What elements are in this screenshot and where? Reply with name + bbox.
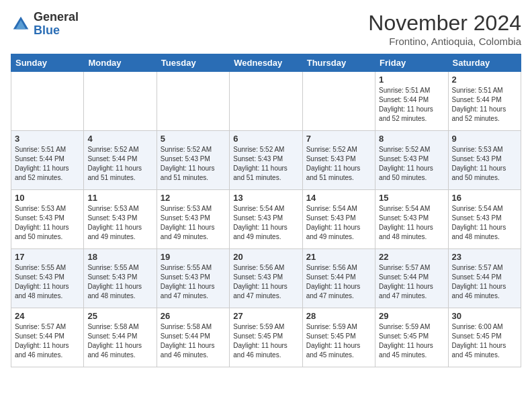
day-info: Sunrise: 5:56 AMSunset: 5:44 PMDaylight:… <box>306 263 371 301</box>
day-number: 4 <box>87 134 152 144</box>
calendar-cell: 14Sunrise: 5:54 AMSunset: 5:43 PMDayligh… <box>302 190 375 249</box>
day-number: 16 <box>452 193 517 203</box>
calendar-cell: 6Sunrise: 5:52 AMSunset: 5:43 PMDaylight… <box>230 131 302 190</box>
day-info: Sunrise: 5:52 AMSunset: 5:43 PMDaylight:… <box>161 145 226 183</box>
calendar-cell: 1Sunrise: 5:51 AMSunset: 5:44 PMDaylight… <box>375 72 448 131</box>
day-number: 13 <box>233 193 298 203</box>
header-saturday: Saturday <box>448 54 521 72</box>
calendar-cell: 12Sunrise: 5:53 AMSunset: 5:43 PMDayligh… <box>157 190 229 249</box>
calendar-cell: 15Sunrise: 5:54 AMSunset: 5:43 PMDayligh… <box>375 190 448 249</box>
calendar-cell: 7Sunrise: 5:52 AMSunset: 5:43 PMDaylight… <box>302 131 375 190</box>
page-header: General Blue November 2024 Frontino, Ant… <box>11 11 521 47</box>
header-wednesday: Wednesday <box>230 54 302 72</box>
header-monday: Monday <box>84 54 157 72</box>
day-info: Sunrise: 5:57 AMSunset: 5:44 PMDaylight:… <box>15 322 80 360</box>
header-friday: Friday <box>375 54 448 72</box>
day-number: 30 <box>452 311 517 321</box>
calendar-cell: 18Sunrise: 5:55 AMSunset: 5:43 PMDayligh… <box>84 249 157 308</box>
calendar-cell: 23Sunrise: 5:57 AMSunset: 5:44 PMDayligh… <box>448 249 521 308</box>
calendar-cell: 3Sunrise: 5:51 AMSunset: 5:44 PMDaylight… <box>11 131 84 190</box>
day-number: 1 <box>379 75 444 85</box>
day-info: Sunrise: 5:59 AMSunset: 5:45 PMDaylight:… <box>379 322 444 360</box>
calendar-cell: 22Sunrise: 5:57 AMSunset: 5:44 PMDayligh… <box>375 249 448 308</box>
day-number: 25 <box>87 311 152 321</box>
day-info: Sunrise: 5:54 AMSunset: 5:43 PMDaylight:… <box>452 204 517 242</box>
calendar-cell: 27Sunrise: 5:59 AMSunset: 5:45 PMDayligh… <box>230 308 302 367</box>
calendar-cell <box>84 72 157 131</box>
month-title: November 2024 <box>368 11 521 36</box>
calendar-cell: 26Sunrise: 5:58 AMSunset: 5:44 PMDayligh… <box>157 308 229 367</box>
calendar-table: SundayMondayTuesdayWednesdayThursdayFrid… <box>11 54 521 367</box>
day-info: Sunrise: 5:57 AMSunset: 5:44 PMDaylight:… <box>452 263 517 301</box>
day-number: 9 <box>452 134 517 144</box>
calendar-cell: 29Sunrise: 5:59 AMSunset: 5:45 PMDayligh… <box>375 308 448 367</box>
calendar-cell: 17Sunrise: 5:55 AMSunset: 5:43 PMDayligh… <box>11 249 84 308</box>
day-info: Sunrise: 5:51 AMSunset: 5:44 PMDaylight:… <box>15 145 80 183</box>
day-number: 3 <box>15 134 80 144</box>
day-number: 29 <box>379 311 444 321</box>
day-info: Sunrise: 5:52 AMSunset: 5:43 PMDaylight:… <box>306 145 371 183</box>
day-info: Sunrise: 5:54 AMSunset: 5:43 PMDaylight:… <box>379 204 444 242</box>
day-info: Sunrise: 5:57 AMSunset: 5:44 PMDaylight:… <box>379 263 444 301</box>
calendar-cell: 24Sunrise: 5:57 AMSunset: 5:44 PMDayligh… <box>11 308 84 367</box>
day-info: Sunrise: 5:54 AMSunset: 5:43 PMDaylight:… <box>306 204 371 242</box>
day-info: Sunrise: 5:59 AMSunset: 5:45 PMDaylight:… <box>306 322 371 360</box>
calendar-cell: 30Sunrise: 6:00 AMSunset: 5:45 PMDayligh… <box>448 308 521 367</box>
calendar-cell: 10Sunrise: 5:53 AMSunset: 5:43 PMDayligh… <box>11 190 84 249</box>
calendar-week-row: 10Sunrise: 5:53 AMSunset: 5:43 PMDayligh… <box>11 190 521 249</box>
day-number: 14 <box>306 193 371 203</box>
day-info: Sunrise: 5:52 AMSunset: 5:43 PMDaylight:… <box>379 145 444 183</box>
calendar-cell: 5Sunrise: 5:52 AMSunset: 5:43 PMDaylight… <box>157 131 229 190</box>
day-number: 22 <box>379 252 444 262</box>
day-number: 28 <box>306 311 371 321</box>
day-number: 18 <box>87 252 152 262</box>
calendar-cell: 16Sunrise: 5:54 AMSunset: 5:43 PMDayligh… <box>448 190 521 249</box>
logo: General Blue <box>11 11 79 38</box>
day-number: 5 <box>161 134 226 144</box>
calendar-cell: 20Sunrise: 5:56 AMSunset: 5:43 PMDayligh… <box>230 249 302 308</box>
header-sunday: Sunday <box>11 54 84 72</box>
calendar-cell: 11Sunrise: 5:53 AMSunset: 5:43 PMDayligh… <box>84 190 157 249</box>
day-info: Sunrise: 5:52 AMSunset: 5:44 PMDaylight:… <box>87 145 152 183</box>
day-number: 27 <box>233 311 298 321</box>
day-number: 24 <box>15 311 80 321</box>
day-info: Sunrise: 5:53 AMSunset: 5:43 PMDaylight:… <box>87 204 152 242</box>
day-info: Sunrise: 6:00 AMSunset: 5:45 PMDaylight:… <box>452 322 517 360</box>
calendar-week-row: 3Sunrise: 5:51 AMSunset: 5:44 PMDaylight… <box>11 131 521 190</box>
day-info: Sunrise: 5:52 AMSunset: 5:43 PMDaylight:… <box>233 145 298 183</box>
calendar-cell: 21Sunrise: 5:56 AMSunset: 5:44 PMDayligh… <box>302 249 375 308</box>
day-number: 26 <box>161 311 226 321</box>
day-info: Sunrise: 5:51 AMSunset: 5:44 PMDaylight:… <box>379 86 444 124</box>
title-area: November 2024 Frontino, Antioquia, Colom… <box>368 11 521 47</box>
calendar-cell <box>230 72 302 131</box>
day-number: 10 <box>15 193 80 203</box>
day-info: Sunrise: 5:53 AMSunset: 5:43 PMDaylight:… <box>15 204 80 242</box>
calendar-cell <box>11 72 84 131</box>
location-title: Frontino, Antioquia, Colombia <box>368 36 521 47</box>
day-info: Sunrise: 5:58 AMSunset: 5:44 PMDaylight:… <box>161 322 226 360</box>
day-info: Sunrise: 5:55 AMSunset: 5:43 PMDaylight:… <box>87 263 152 301</box>
day-number: 7 <box>306 134 371 144</box>
calendar-cell: 25Sunrise: 5:58 AMSunset: 5:44 PMDayligh… <box>84 308 157 367</box>
calendar-cell: 4Sunrise: 5:52 AMSunset: 5:44 PMDaylight… <box>84 131 157 190</box>
day-info: Sunrise: 5:59 AMSunset: 5:45 PMDaylight:… <box>233 322 298 360</box>
calendar-header-row: SundayMondayTuesdayWednesdayThursdayFrid… <box>11 54 521 72</box>
day-number: 6 <box>233 134 298 144</box>
header-tuesday: Tuesday <box>157 54 229 72</box>
day-info: Sunrise: 5:55 AMSunset: 5:43 PMDaylight:… <box>161 263 226 301</box>
calendar-cell: 13Sunrise: 5:54 AMSunset: 5:43 PMDayligh… <box>230 190 302 249</box>
calendar-cell <box>302 72 375 131</box>
calendar-week-row: 1Sunrise: 5:51 AMSunset: 5:44 PMDaylight… <box>11 72 521 131</box>
day-number: 23 <box>452 252 517 262</box>
header-thursday: Thursday <box>302 54 375 72</box>
day-number: 21 <box>306 252 371 262</box>
calendar-cell: 28Sunrise: 5:59 AMSunset: 5:45 PMDayligh… <box>302 308 375 367</box>
day-info: Sunrise: 5:55 AMSunset: 5:43 PMDaylight:… <box>15 263 80 301</box>
day-number: 11 <box>87 193 152 203</box>
day-number: 8 <box>379 134 444 144</box>
calendar-cell: 19Sunrise: 5:55 AMSunset: 5:43 PMDayligh… <box>157 249 229 308</box>
logo-text: General Blue <box>34 11 79 38</box>
calendar-cell: 9Sunrise: 5:53 AMSunset: 5:43 PMDaylight… <box>448 131 521 190</box>
day-info: Sunrise: 5:58 AMSunset: 5:44 PMDaylight:… <box>87 322 152 360</box>
day-info: Sunrise: 5:56 AMSunset: 5:43 PMDaylight:… <box>233 263 298 301</box>
